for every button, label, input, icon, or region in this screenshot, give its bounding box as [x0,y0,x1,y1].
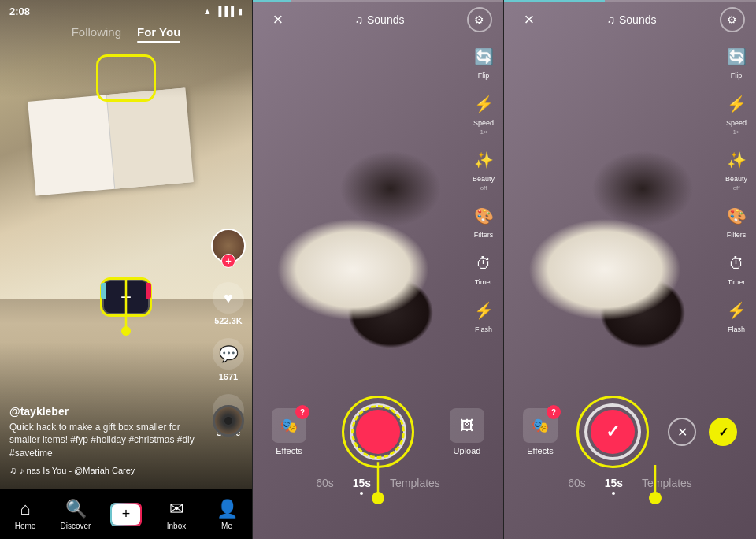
music-icon: ♫ [355,13,364,26]
filters-label-3: Filters [727,231,747,239]
following-tab[interactable]: Following [72,25,121,43]
music-disc-center [224,417,232,425]
nav-add[interactable]: + [101,504,151,526]
flash-label-3: Flash [728,325,745,333]
speed-button-3[interactable]: ⚡ Speed 1× [723,91,750,136]
create-plus-icon: + [120,286,132,308]
like-button[interactable]: ♥ 522.3K [213,282,244,325]
timer-icon: ⏱ [470,250,497,277]
beauty-icon: ✨ [470,147,497,173]
nav-home[interactable]: ⌂ Home [0,499,50,530]
upload-button[interactable]: 🖼 Upload [450,408,484,455]
status-bar: 2:08 ▲ ▐▐▐ ▮ [0,0,252,22]
filters-icon-3: 🎨 [723,203,750,229]
beauty-icon-3: ✨ [723,147,750,173]
duration-60s[interactable]: 60s [316,477,334,495]
for-you-tab[interactable]: For You [137,25,180,43]
me-label: Me [221,522,232,530]
create-button[interactable]: + [102,280,150,314]
beauty-button[interactable]: ✨ Beauty off [470,147,497,191]
effects-button-3[interactable]: 🎭 ? Effects [523,408,558,455]
beauty-value: off [480,184,487,191]
duration-templates-3[interactable]: Templates [642,477,692,495]
record-button-inner [356,410,400,454]
cancel-button[interactable]: ✕ [668,418,696,446]
create-button-overlay[interactable]: + [102,280,150,314]
bottom-navigation: ⌂ Home 🔍 Discover + ✉ Inbox 👤 Me [0,489,252,539]
record-check-container: ✓ [584,403,641,460]
avatar-container: + [211,229,246,263]
close-button[interactable]: × [264,6,292,34]
avatar-button[interactable]: + [211,229,246,270]
flash-button-3[interactable]: ⚡ Flash [723,297,750,333]
follow-plus-icon: + [221,254,235,268]
add-plus-icon: + [122,506,131,522]
comment-icon: 💬 [213,338,244,370]
duration-tabs-3: 60s 15s Templates [504,477,756,495]
flash-button[interactable]: ⚡ Flash [470,297,497,333]
flip-label: Flip [478,72,490,80]
speed-label-3: Speed [726,119,747,127]
speed-value-3: 1× [732,128,739,136]
speed-icon-3: ⚡ [723,91,750,117]
sounds-label-3: Sounds [619,13,656,26]
record-button[interactable] [350,403,406,460]
video-caption: Quick hack to make a gift box smaller fo… [9,421,205,460]
upload-icon: 🖼 [450,408,484,443]
me-icon: 👤 [217,499,238,519]
music-icon-3: ♫ [607,13,616,26]
flip-button-3[interactable]: 🔄 Flip [723,43,750,80]
filters-button[interactable]: 🎨 Filters [470,203,497,239]
nav-inbox[interactable]: ✉ Inbox [151,499,202,530]
home-label: Home [15,522,36,530]
nav-me[interactable]: 👤 Me [202,499,252,530]
timer-button[interactable]: ⏱ Timer [470,250,497,286]
username: @taykleber [9,405,205,418]
duration-60s-3[interactable]: 60s [568,477,586,495]
beauty-button-3[interactable]: ✨ Beauty off [723,147,750,191]
flash-icon-3: ⚡ [723,297,750,324]
timer-button-3[interactable]: ⏱ Timer [723,250,750,286]
music-note-icon: ♫ [9,465,17,476]
speed-button[interactable]: ⚡ Speed 1× [470,91,497,136]
flip-icon-3: 🔄 [723,43,750,70]
nav-discover[interactable]: 🔍 Discover [50,499,101,530]
close-button-3[interactable]: × [515,6,543,34]
home-icon: ⌂ [20,499,30,519]
checkmark-icon: ✓ [606,422,620,442]
discover-icon: 🔍 [65,499,87,519]
add-button[interactable]: + [109,504,143,526]
song-info: ♫ ♪ nas Is You - @Mariah Carey [9,465,205,476]
duration-tabs: 60s 15s Templates [253,477,503,495]
upload-label: Upload [454,446,481,455]
duration-templates[interactable]: Templates [390,477,440,495]
effects-button[interactable]: 🎭 ? Effects [272,408,306,455]
camera-top-bar-3: × ♫ Sounds ⚙ [504,0,756,39]
duration-15s-3[interactable]: 15s [605,477,623,495]
camera-settings-3[interactable]: ⚙ [720,7,745,32]
beauty-label-3: Beauty [725,175,747,183]
effects-label-3: Effects [527,446,553,455]
timer-label-3: Timer [728,278,746,286]
flash-icon: ⚡ [470,297,497,324]
music-disc [213,405,244,437]
filters-button-3[interactable]: 🎨 Filters [723,203,750,239]
camera-right-controls-3: 🔄 Flip ⚡ Speed 1× ✨ Beauty off 🎨 Filters… [723,43,750,333]
effects-label: Effects [276,446,302,455]
battery-icon: ▮ [238,6,243,17]
timer-label: Timer [475,278,493,286]
flip-button[interactable]: 🔄 Flip [470,43,497,80]
inbox-label: Inbox [167,522,186,530]
duration-15s[interactable]: 15s [353,477,371,495]
record-button-3[interactable]: ✓ [584,403,641,460]
comment-button[interactable]: 💬 1671 [213,338,244,381]
feed-nav-tabs: Following For You [0,25,252,43]
camera-bottom-row-3: 🎭 ? Effects ✓ ✕ ✓ [504,403,756,460]
record-check-inner: ✓ [591,410,635,454]
camera-settings-button[interactable]: ⚙ [467,7,492,32]
sounds-button-3[interactable]: ♫ Sounds [607,13,657,26]
status-time: 2:08 [9,6,30,17]
sounds-button[interactable]: ♫ Sounds [355,13,405,26]
beauty-value-3: off [733,184,740,191]
confirm-button[interactable]: ✓ [709,418,737,446]
